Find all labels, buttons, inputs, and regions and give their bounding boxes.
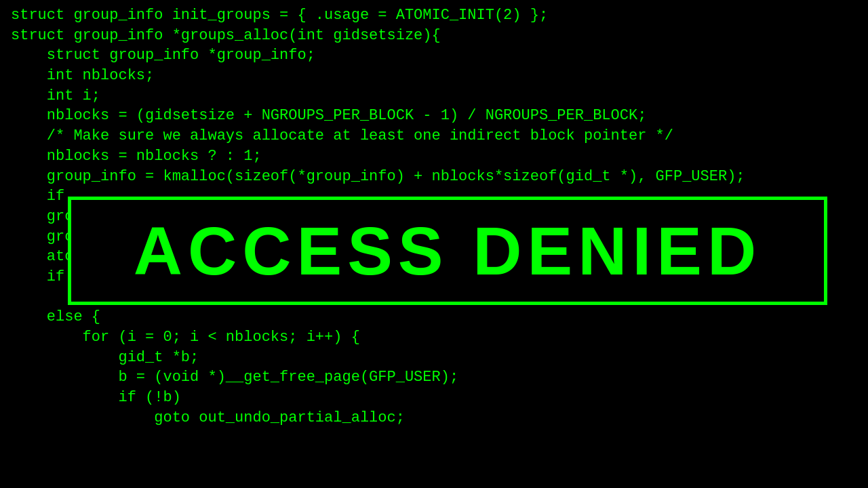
code-line-7: nblocks = (gidsetsize + NGROUPS_PER_BLOC… <box>11 106 857 126</box>
code-line-23: if (!b) <box>11 388 857 408</box>
code-line-5: int i; <box>11 86 857 106</box>
code-line-3: struct group_info *group_info; <box>11 45 857 66</box>
code-line-4: int nblocks; <box>11 66 857 86</box>
code-line-8: /* Make sure we always allocate at least… <box>11 126 857 146</box>
access-denied-text: ACCESS DENIED <box>134 217 762 285</box>
code-line-1: struct group_info init_groups = { .usage… <box>11 5 857 26</box>
access-denied-banner: ACCESS DENIED <box>68 197 827 305</box>
code-line-22: b = (void *)__get_free_page(GFP_USER); <box>11 367 857 388</box>
code-line-2: struct group_info *groups_alloc(int gids… <box>11 26 857 46</box>
code-line-24: goto out_undo_partial_alloc; <box>11 408 857 428</box>
code-line-20: for (i = 0; i < nblocks; i++) { <box>11 327 857 348</box>
code-line-10: group_info = kmalloc(sizeof(*group_info)… <box>11 167 857 187</box>
code-line-19: else { <box>11 307 857 327</box>
code-line-9: nblocks = nblocks ? : 1; <box>11 146 857 167</box>
code-line-21: gid_t *b; <box>11 348 857 368</box>
